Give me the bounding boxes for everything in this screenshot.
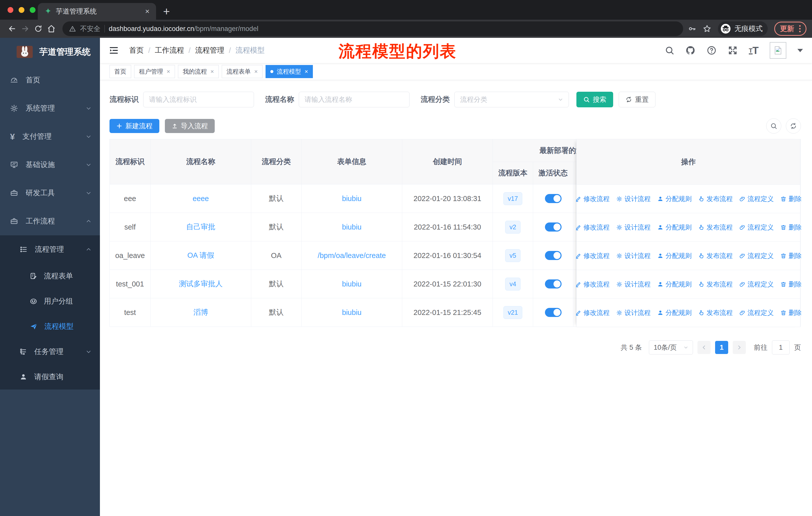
sidebar-item-infra[interactable]: 基础设施 (0, 151, 100, 179)
page-number-1[interactable]: 1 (715, 341, 728, 354)
close-icon[interactable]: × (254, 68, 258, 75)
import-process-button[interactable]: 导入流程 (165, 119, 215, 133)
fullscreen-icon[interactable] (728, 45, 738, 55)
process-name-link[interactable]: eeee (193, 194, 209, 202)
close-window-button[interactable] (7, 7, 13, 13)
form-info-link[interactable]: biubiu (342, 194, 361, 202)
reset-button[interactable]: 重置 (619, 92, 656, 107)
delete-process-link[interactable]: 删除 (780, 280, 802, 289)
design-process-link[interactable]: 设计流程 (616, 194, 651, 203)
zoom-window-button[interactable] (30, 7, 35, 13)
process-name-link[interactable]: 滔博 (194, 308, 208, 316)
form-info-link[interactable]: biubiu (342, 308, 361, 317)
sidebar-item-devtools[interactable]: 研发工具 (0, 179, 100, 207)
create-process-button[interactable]: 新建流程 (110, 119, 159, 133)
sidebar-item-workflow[interactable]: 工作流程 (0, 207, 100, 235)
sidebar-item-home[interactable]: 首页 (0, 66, 100, 94)
sidebar-item-process-mgmt[interactable]: 流程管理 (0, 235, 100, 264)
minimize-window-button[interactable] (19, 7, 24, 13)
design-process-link[interactable]: 设计流程 (616, 223, 651, 232)
tag-my-process[interactable]: 我的流程 × (178, 65, 219, 78)
browser-update-button[interactable]: 更新 (774, 22, 807, 36)
form-info-link[interactable]: biubiu (342, 223, 361, 231)
search-button[interactable]: 搜索 (576, 92, 613, 107)
design-process-link[interactable]: 设计流程 (616, 251, 651, 260)
process-definition-link[interactable]: 流程定义 (739, 308, 774, 317)
process-name-link[interactable]: 自己审批 (186, 223, 215, 231)
sidebar-item-payment[interactable]: ¥ 支付管理 (0, 123, 100, 151)
publish-process-link[interactable]: 发布流程 (698, 194, 733, 203)
assign-rules-link[interactable]: 分配规则 (657, 194, 692, 203)
form-info-link[interactable]: biubiu (342, 280, 361, 288)
back-button[interactable] (5, 24, 19, 33)
status-toggle[interactable] (545, 308, 561, 317)
status-toggle[interactable] (545, 279, 561, 289)
breadcrumb-workflow[interactable]: 工作流程 (155, 45, 184, 55)
tag-process-model[interactable]: 流程模型 × (265, 65, 313, 78)
assign-rules-link[interactable]: 分配规则 (657, 223, 692, 232)
password-key-icon[interactable] (688, 24, 696, 33)
publish-process-link[interactable]: 发布流程 (698, 280, 733, 289)
bookmark-star-icon[interactable] (703, 24, 711, 33)
modify-process-link[interactable]: 修改流程 (575, 280, 610, 289)
new-tab-button[interactable]: + (163, 4, 170, 18)
github-icon[interactable] (686, 45, 695, 55)
process-name-link[interactable]: 测试多审批人 (179, 280, 223, 288)
sidebar-item-process-form[interactable]: 流程表单 (0, 264, 100, 289)
forward-button[interactable] (19, 24, 32, 33)
design-process-link[interactable]: 设计流程 (616, 280, 651, 289)
design-process-link[interactable]: 设计流程 (616, 308, 651, 317)
process-name-link[interactable]: OA 请假 (187, 251, 214, 259)
next-page-button[interactable] (733, 341, 746, 354)
security-chip[interactable]: 不安全 (80, 24, 100, 33)
reload-button[interactable] (32, 24, 45, 33)
modify-process-link[interactable]: 修改流程 (575, 194, 610, 203)
modify-process-link[interactable]: 修改流程 (575, 308, 610, 317)
status-toggle[interactable] (545, 194, 561, 203)
collapse-sidebar-icon[interactable] (109, 46, 119, 55)
filter-category-select[interactable]: 流程分类 (454, 92, 569, 107)
assign-rules-link[interactable]: 分配规则 (657, 308, 692, 317)
tag-tenant[interactable]: 租户管理 × (134, 65, 175, 78)
breadcrumb-home[interactable]: 首页 (129, 45, 144, 55)
modify-process-link[interactable]: 修改流程 (575, 251, 610, 260)
breadcrumb-process-mgmt[interactable]: 流程管理 (195, 45, 224, 55)
caret-down-icon[interactable] (798, 49, 803, 52)
process-definition-link[interactable]: 流程定义 (739, 194, 774, 203)
goto-page-input[interactable] (772, 341, 790, 354)
sidebar-item-process-model[interactable]: 流程模型 (0, 314, 100, 339)
refresh-table-button[interactable] (786, 118, 801, 134)
tag-process-form[interactable]: 流程表单 × (222, 65, 263, 78)
search-icon[interactable] (665, 46, 674, 55)
modify-process-link[interactable]: 修改流程 (575, 223, 610, 232)
address-bar[interactable]: 不安全 dashboard.yudao.iocoder.cn/bpm/manag… (62, 21, 683, 36)
sidebar-item-task-mgmt[interactable]: 任务管理 (0, 339, 100, 364)
home-button[interactable] (45, 24, 58, 33)
delete-process-link[interactable]: 删除 (780, 223, 802, 232)
process-definition-link[interactable]: 流程定义 (739, 280, 774, 289)
help-icon[interactable] (706, 45, 717, 55)
close-icon[interactable]: × (304, 68, 308, 75)
publish-process-link[interactable]: 发布流程 (698, 251, 733, 260)
status-toggle[interactable] (545, 251, 561, 260)
filter-name-input[interactable] (299, 92, 409, 107)
tag-home[interactable]: 首页 (110, 65, 131, 78)
avatar[interactable] (770, 42, 786, 59)
publish-process-link[interactable]: 发布流程 (698, 223, 733, 232)
font-size-icon[interactable]: TT (749, 46, 759, 54)
assign-rules-link[interactable]: 分配规则 (657, 251, 692, 260)
process-definition-link[interactable]: 流程定义 (739, 251, 774, 260)
tab-close-icon[interactable]: × (145, 7, 149, 16)
filter-id-input[interactable] (143, 92, 254, 107)
show-search-button[interactable] (766, 118, 781, 134)
traffic-lights[interactable] (7, 7, 35, 13)
close-icon[interactable]: × (210, 68, 214, 75)
sidebar-item-system[interactable]: 系统管理 (0, 94, 100, 123)
sidebar-item-user-group[interactable]: 用户分组 (0, 289, 100, 314)
delete-process-link[interactable]: 删除 (780, 308, 802, 317)
status-toggle[interactable] (545, 222, 561, 232)
process-definition-link[interactable]: 流程定义 (739, 223, 774, 232)
close-icon[interactable]: × (167, 68, 170, 75)
prev-page-button[interactable] (697, 341, 710, 354)
form-info-link[interactable]: /bpm/oa/leave/create (318, 251, 386, 260)
